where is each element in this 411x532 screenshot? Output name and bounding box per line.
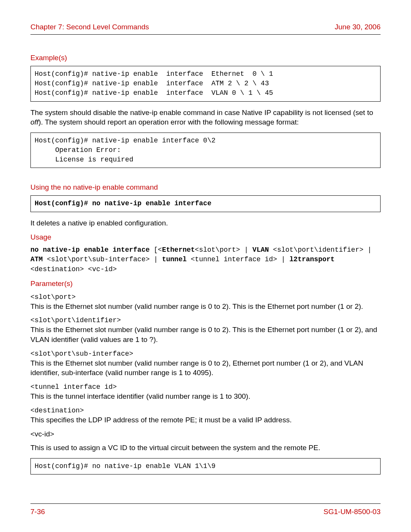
usage-kw-vlan: VLAN	[252, 246, 269, 254]
param-block: <slot\port\identifier> This is the Ether…	[30, 316, 381, 344]
param-block: <slot\port\sub-interface> This is the Et…	[30, 350, 381, 378]
usage-text-6: <destination> <vc-id>	[30, 265, 117, 273]
chapter-title: Chapter 7: Second Level Commands	[30, 23, 149, 31]
usage-heading: Usage	[30, 233, 381, 241]
header-date: June 30, 2006	[335, 23, 381, 31]
usage-text-5: <tunnel interface id> |	[186, 256, 289, 263]
usage-syntax: no native-ip enable interface [<Ethernet…	[30, 245, 381, 274]
page-footer: 7-36 SG1-UM-8500-03	[30, 503, 381, 516]
usage-kw-tunnel: tunnel	[162, 256, 187, 263]
doc-id: SG1-UM-8500-03	[323, 508, 381, 516]
param-desc: This specifies the LDP IP address of the…	[30, 415, 381, 425]
parameters-heading: Parameter(s)	[30, 280, 381, 288]
usage-kw-atm: ATM	[30, 256, 43, 263]
usage-text-1: [<	[150, 246, 162, 254]
param-block: <destination> This specifies the LDP IP …	[30, 407, 381, 425]
no-command-heading: Using the no native-ip enable command	[30, 183, 381, 192]
param-name: <slot\port\identifier>	[30, 316, 381, 324]
param-desc: This is the Ethernet slot number (valid …	[30, 302, 381, 312]
no-command-code-block: Host(config)# no native-ip enable interf…	[30, 195, 381, 212]
disable-description: The system should disable the native-ip …	[30, 108, 381, 127]
usage-text-4: <slot\port\sub-interface> |	[43, 256, 162, 263]
disable-text-pre: The system should disable the native-ip …	[30, 109, 373, 117]
param-desc: This is used to assign a VC ID to the vi…	[30, 443, 381, 453]
usage-kw-l2transport: l2transport	[290, 256, 335, 263]
param-name: <tunnel interface id>	[30, 383, 381, 391]
param-block: <vc-id> This is used to assign a VC ID t…	[30, 430, 381, 453]
usage-text-2: <slot\port> |	[195, 246, 252, 254]
param-name: <vc-id>	[30, 430, 381, 438]
examples-code-block: Host(config)# native-ip enable interface…	[30, 66, 381, 102]
error-code-block: Host(config)# native-ip enable interface…	[30, 133, 381, 168]
param-block: <tunnel interface id> This is the tunnel…	[30, 383, 381, 401]
param-block: <slot\port> This is the Ethernet slot nu…	[30, 293, 381, 312]
page: Chapter 7: Second Level Commands June 30…	[0, 0, 411, 532]
param-name: <slot\port\sub-interface>	[30, 350, 381, 358]
usage-text-3: <slot\port\identifier> |	[269, 246, 372, 254]
examples-heading: Example(s)	[30, 54, 381, 62]
param-desc: This is the Ethernet slot number (valid …	[30, 358, 381, 378]
disable-text-italic: off	[30, 118, 38, 126]
page-number: 7-36	[30, 508, 45, 516]
param-name: <slot\port>	[30, 293, 381, 301]
no-command-description: It deletes a native ip enabled configura…	[30, 218, 381, 228]
disable-text-post: ). The system should report an operation…	[38, 118, 299, 126]
usage-kw-no-native: no native-ip enable interface	[30, 246, 150, 254]
param-desc: This is the tunnel interface identifier …	[30, 391, 381, 401]
param-name: <destination>	[30, 407, 381, 414]
usage-kw-ethernet: Ethernet	[162, 246, 195, 254]
final-code-block: Host(config)# no native-ip enable VLAN 1…	[30, 458, 381, 474]
param-desc: This is the Ethernet slot number (valid …	[30, 325, 381, 344]
page-header: Chapter 7: Second Level Commands June 30…	[30, 23, 381, 35]
